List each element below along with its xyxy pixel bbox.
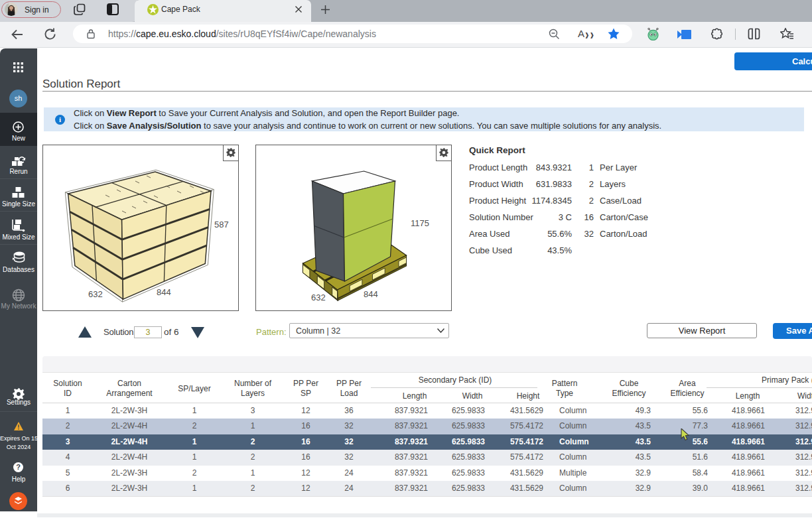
svg-text:844: 844	[364, 289, 378, 299]
svg-text:587: 587	[214, 220, 229, 229]
svg-text:1175: 1175	[411, 218, 429, 228]
svg-text:844: 844	[157, 287, 171, 297]
svg-text:632: 632	[311, 292, 326, 302]
svg-text:632: 632	[88, 289, 103, 299]
